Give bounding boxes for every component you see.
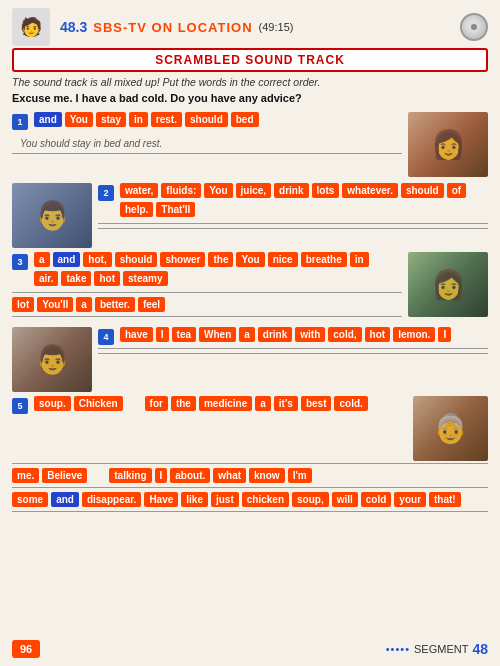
word-chip[interactable]: cold,: [328, 327, 361, 342]
word-chip[interactable]: When: [199, 327, 236, 342]
word-chip[interactable]: better.: [95, 297, 135, 312]
exercise-5-words: soup. Chicken for the medicine a it's be…: [34, 396, 407, 415]
word-chip[interactable]: should: [401, 183, 444, 198]
word-chip[interactable]: just: [211, 492, 239, 507]
word-chip[interactable]: rest.: [151, 112, 182, 127]
word-chip[interactable]: soup.: [34, 396, 71, 411]
word-chip[interactable]: that!: [429, 492, 461, 507]
words-row-3-3: lot You'll a better. feel: [12, 297, 402, 312]
word-chip[interactable]: bed: [231, 112, 259, 127]
word-chip[interactable]: I: [155, 468, 168, 483]
mascot-image: 🧑: [12, 8, 50, 46]
word-chip[interactable]: tea: [172, 327, 196, 342]
words-row-5-2: me. Believe talking I about. what know I…: [12, 468, 488, 483]
word-chip[interactable]: and: [34, 112, 62, 127]
words-row-2-1: water, fluids: You juice, drink lots wha…: [120, 183, 488, 198]
words-row-5-1: soup. Chicken for the medicine a it's be…: [34, 396, 407, 411]
word-chip[interactable]: should: [185, 112, 228, 127]
word-chip[interactable]: and: [51, 492, 79, 507]
word-chip[interactable]: I'm: [288, 468, 312, 483]
word-chip[interactable]: You'll: [37, 297, 73, 312]
word-chip[interactable]: hot: [365, 327, 391, 342]
words-row-2-2: help. That'll: [120, 202, 488, 217]
word-chip[interactable]: and: [53, 252, 81, 267]
exercise-2-content: 2 water, fluids: You juice, drink lots w…: [98, 183, 488, 233]
word-chip[interactable]: help.: [120, 202, 153, 217]
word-chip[interactable]: your: [394, 492, 426, 507]
word-chip[interactable]: what: [213, 468, 246, 483]
word-chip[interactable]: drink: [258, 327, 292, 342]
word-chip[interactable]: You: [236, 252, 264, 267]
word-chip[interactable]: steamy: [123, 271, 167, 286]
words-row-4-1: have I tea When a drink with cold, hot l…: [120, 327, 488, 342]
word-chip[interactable]: with: [295, 327, 325, 342]
word-chip[interactable]: medicine: [199, 396, 252, 411]
word-chip[interactable]: Chicken: [74, 396, 123, 411]
segment-dots: •••••: [386, 643, 410, 655]
word-chip[interactable]: of: [447, 183, 466, 198]
word-chip[interactable]: I: [438, 327, 451, 342]
word-chip[interactable]: That'll: [156, 202, 195, 217]
word-chip[interactable]: air.: [34, 271, 58, 286]
word-chip[interactable]: You: [65, 112, 93, 127]
word-chip[interactable]: fluids:: [161, 183, 201, 198]
word-chip[interactable]: hot,: [83, 252, 111, 267]
word-chip[interactable]: a: [255, 396, 271, 411]
word-chip[interactable]: will: [332, 492, 358, 507]
photo-person-2: 👨: [12, 183, 92, 248]
word-chip[interactable]: stay: [96, 112, 126, 127]
word-chip[interactable]: Have: [144, 492, 178, 507]
word-chip[interactable]: the: [171, 396, 196, 411]
word-chip[interactable]: Believe: [42, 468, 87, 483]
word-chip[interactable]: breathe: [301, 252, 347, 267]
word-chip[interactable]: should: [115, 252, 158, 267]
word-chip[interactable]: a: [76, 297, 92, 312]
word-chip[interactable]: water,: [120, 183, 158, 198]
word-chip[interactable]: juice,: [236, 183, 272, 198]
word-chip[interactable]: have: [120, 327, 153, 342]
word-chip[interactable]: lemon.: [393, 327, 435, 342]
exercise-num-2: 2: [98, 185, 114, 201]
person-icon-1: 👩: [431, 128, 466, 161]
word-chip[interactable]: whatever.: [342, 183, 398, 198]
word-chip[interactable]: for: [145, 396, 168, 411]
word-chip[interactable]: nice: [268, 252, 298, 267]
word-chip[interactable]: know: [249, 468, 285, 483]
scrambled-banner: SCRAMBLED SOUND TRACK: [12, 48, 488, 72]
word-chip[interactable]: in: [350, 252, 369, 267]
exercise-2-photo: 👨: [12, 183, 92, 248]
word-chip[interactable]: disappear.: [82, 492, 141, 507]
word-chip[interactable]: some: [12, 492, 48, 507]
word-chip[interactable]: a: [239, 327, 255, 342]
word-chip[interactable]: about.: [170, 468, 210, 483]
word-chip[interactable]: chicken: [242, 492, 289, 507]
word-chip[interactable]: cold: [361, 492, 392, 507]
word-chip[interactable]: I: [156, 327, 169, 342]
word-chip[interactable]: feel: [138, 297, 165, 312]
word-chip[interactable]: talking: [109, 468, 151, 483]
word-chip[interactable]: take: [61, 271, 91, 286]
segment-label: SEGMENT: [414, 643, 468, 655]
word-chip[interactable]: drink: [274, 183, 308, 198]
exercise-1-photo: 👩: [408, 112, 488, 177]
word-chip[interactable]: lot: [12, 297, 34, 312]
word-chip[interactable]: hot: [94, 271, 120, 286]
photo-person-5: 👵: [413, 396, 488, 461]
word-chip[interactable]: the: [208, 252, 233, 267]
exercise-5-content: 5 soup. Chicken for the medicine a it's …: [12, 396, 407, 461]
word-chip[interactable]: lots: [312, 183, 340, 198]
exercise-num-3: 3: [12, 254, 28, 270]
word-chip[interactable]: You: [204, 183, 232, 198]
word-chip[interactable]: in: [129, 112, 148, 127]
word-chip[interactable]: a: [34, 252, 50, 267]
word-chip[interactable]: like: [181, 492, 208, 507]
word-chip[interactable]: it's: [274, 396, 298, 411]
words-row-1-1: and You stay in rest. should bed: [34, 112, 259, 127]
word-chip[interactable]: best: [301, 396, 332, 411]
word-chip[interactable]: shower: [160, 252, 205, 267]
word-chip[interactable]: me.: [12, 468, 39, 483]
section-time: (49:15): [259, 21, 294, 33]
word-chip[interactable]: soup,: [292, 492, 329, 507]
exercise-num-4: 4: [98, 329, 114, 345]
word-chip[interactable]: cold.: [334, 396, 367, 411]
